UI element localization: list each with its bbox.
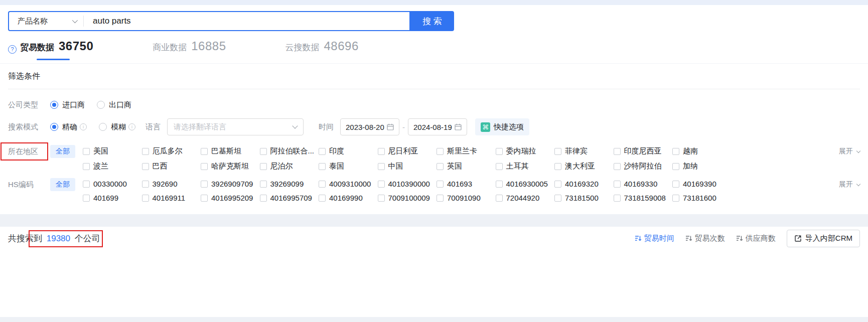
- checkbox-icon[interactable]: [83, 148, 90, 155]
- region-expand-button[interactable]: 展开: [839, 146, 860, 156]
- hscode-checkbox[interactable]: 40169330: [614, 180, 673, 188]
- region-checkbox[interactable]: 印度尼西亚: [614, 146, 673, 156]
- hscode-checkbox[interactable]: 70091090: [437, 194, 496, 202]
- radio-exporter[interactable]: 出口商: [97, 100, 131, 110]
- checkbox-icon[interactable]: [319, 163, 326, 170]
- help-icon[interactable]: ?: [8, 45, 17, 54]
- hscode-checkbox[interactable]: 4016995709: [260, 194, 319, 202]
- checkbox-icon[interactable]: [378, 163, 385, 170]
- region-checkbox[interactable]: 越南: [672, 146, 732, 156]
- search-category-select[interactable]: 产品名称: [9, 17, 83, 26]
- language-select[interactable]: 请选择翻译语言: [167, 118, 304, 135]
- checkbox-icon[interactable]: [496, 163, 503, 170]
- hscode-checkbox[interactable]: 40169390: [672, 180, 732, 188]
- region-checkbox[interactable]: 沙特阿拉伯: [614, 162, 673, 171]
- region-checkbox[interactable]: 斯里兰卡: [437, 146, 496, 156]
- checkbox-icon[interactable]: [614, 181, 621, 188]
- checkbox-icon[interactable]: [554, 195, 561, 202]
- hscode-checkbox[interactable]: 4010390000: [378, 180, 437, 188]
- radio-importer[interactable]: 进口商: [50, 100, 85, 110]
- region-checkbox[interactable]: 尼泊尔: [260, 162, 319, 171]
- hscode-checkbox[interactable]: 4009310000: [319, 180, 378, 188]
- checkbox-icon[interactable]: [672, 195, 679, 202]
- hscode-checkbox[interactable]: 401693: [437, 180, 496, 188]
- region-checkbox[interactable]: 阿拉伯联合...: [260, 146, 319, 156]
- hscode-checkbox[interactable]: 392690: [142, 180, 201, 188]
- checkbox-icon[interactable]: [201, 181, 208, 188]
- hscode-checkbox[interactable]: 4016930005: [496, 180, 555, 188]
- checkbox-icon[interactable]: [142, 163, 149, 170]
- checkbox-icon[interactable]: [142, 195, 149, 202]
- end-date-picker[interactable]: 2024-08-19: [408, 118, 467, 135]
- region-checkbox[interactable]: 泰国: [319, 162, 378, 171]
- hscode-checkbox[interactable]: 39269099: [260, 180, 319, 188]
- sort-trade-time[interactable]: 贸易时间: [635, 234, 674, 243]
- hscode-checkbox[interactable]: 4016995209: [201, 194, 260, 202]
- checkbox-icon[interactable]: [437, 163, 444, 170]
- region-checkbox[interactable]: 美国: [83, 146, 142, 156]
- checkbox-icon[interactable]: [378, 181, 385, 188]
- checkbox-icon[interactable]: [672, 148, 679, 155]
- info-icon[interactable]: i: [80, 123, 87, 130]
- tab-cloud-data[interactable]: 云搜数据 48696: [285, 39, 359, 53]
- region-checkbox[interactable]: 哈萨克斯坦: [201, 162, 260, 171]
- checkbox-icon[interactable]: [672, 163, 679, 170]
- checkbox-icon[interactable]: [260, 195, 267, 202]
- checkbox-icon[interactable]: [201, 195, 208, 202]
- checkbox-icon[interactable]: [319, 148, 326, 155]
- region-all-tag[interactable]: 全部: [50, 145, 75, 158]
- region-checkbox[interactable]: 巴基斯坦: [201, 146, 260, 156]
- checkbox-icon[interactable]: [83, 195, 90, 202]
- checkbox-icon[interactable]: [142, 148, 149, 155]
- hscode-checkbox[interactable]: 73181500: [554, 194, 614, 202]
- hscode-checkbox[interactable]: 40169911: [142, 194, 201, 202]
- checkbox-icon[interactable]: [672, 181, 679, 188]
- region-checkbox[interactable]: 巴西: [142, 162, 201, 171]
- sort-trade-count[interactable]: 贸易次数: [685, 234, 725, 243]
- hscode-checkbox[interactable]: 40169990: [319, 194, 378, 202]
- checkbox-icon[interactable]: [201, 163, 208, 170]
- checkbox-icon[interactable]: [614, 148, 621, 155]
- tab-trade-data[interactable]: ? 贸易数据 36750: [8, 39, 93, 53]
- hscode-checkbox[interactable]: 00330000: [83, 180, 142, 188]
- checkbox-icon[interactable]: [319, 181, 326, 188]
- region-checkbox[interactable]: 澳大利亚: [554, 162, 614, 171]
- checkbox-icon[interactable]: [437, 181, 444, 188]
- tab-business-data[interactable]: 商业数据 16885: [153, 39, 226, 53]
- checkbox-icon[interactable]: [378, 195, 385, 202]
- checkbox-icon[interactable]: [201, 148, 208, 155]
- checkbox-icon[interactable]: [142, 181, 149, 188]
- checkbox-icon[interactable]: [554, 163, 561, 170]
- hscode-checkbox[interactable]: 40169320: [554, 180, 614, 188]
- hscode-all-tag[interactable]: 全部: [50, 178, 75, 191]
- checkbox-icon[interactable]: [319, 195, 326, 202]
- checkbox-icon[interactable]: [554, 148, 561, 155]
- checkbox-icon[interactable]: [260, 148, 267, 155]
- checkbox-icon[interactable]: [496, 148, 503, 155]
- region-checkbox[interactable]: 委内瑞拉: [496, 146, 555, 156]
- region-checkbox[interactable]: 厄瓜多尔: [142, 146, 201, 156]
- checkbox-icon[interactable]: [437, 195, 444, 202]
- hscode-checkbox[interactable]: 3926909709: [201, 180, 260, 188]
- region-checkbox[interactable]: 加纳: [672, 162, 732, 171]
- checkbox-icon[interactable]: [83, 181, 90, 188]
- import-crm-button[interactable]: 导入内部CRM: [787, 230, 860, 247]
- hscode-checkbox[interactable]: 72044920: [496, 194, 555, 202]
- checkbox-icon[interactable]: [614, 163, 621, 170]
- hscode-checkbox[interactable]: 73181600: [672, 194, 732, 202]
- region-checkbox[interactable]: 中国: [378, 162, 437, 171]
- checkbox-icon[interactable]: [378, 148, 385, 155]
- region-checkbox[interactable]: 波兰: [83, 162, 142, 171]
- hscode-checkbox[interactable]: 401699: [83, 194, 142, 202]
- region-checkbox[interactable]: 印度: [319, 146, 378, 156]
- region-checkbox[interactable]: 菲律宾: [554, 146, 614, 156]
- search-button[interactable]: 搜 索: [410, 11, 454, 31]
- hscode-checkbox[interactable]: 7318159008: [614, 194, 673, 202]
- hscode-expand-button[interactable]: 展开: [839, 180, 860, 189]
- region-checkbox[interactable]: 尼日利亚: [378, 146, 437, 156]
- radio-fuzzy[interactable]: 模糊 i: [99, 122, 135, 132]
- start-date-picker[interactable]: 2023-08-20: [340, 118, 399, 135]
- search-input[interactable]: [84, 16, 409, 26]
- checkbox-icon[interactable]: [83, 163, 90, 170]
- checkbox-icon[interactable]: [496, 195, 503, 202]
